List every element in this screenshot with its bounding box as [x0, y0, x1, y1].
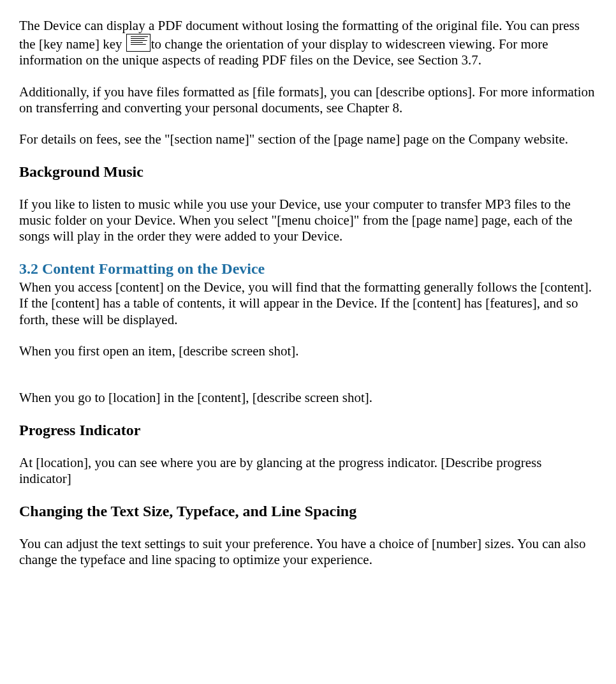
paragraph-first-open: When you first open an item, [describe s…: [19, 343, 597, 359]
paragraph-formatting: When you access [content] on the Device,…: [19, 279, 597, 328]
paragraph-music: If you like to listen to music while you…: [19, 197, 597, 245]
heading-text-size: Changing the Text Size, Typeface, and Li…: [19, 502, 597, 521]
key-thumbnail-icon: [126, 34, 150, 52]
paragraph-files: Additionally, if you have files formatte…: [19, 84, 597, 116]
paragraph-goto: When you go to [location] in the [conten…: [19, 390, 597, 406]
heading-background-music: Background Music: [19, 163, 597, 181]
paragraph-text-size: You can adjust the text settings to suit…: [19, 536, 597, 568]
paragraph-progress: At [location], you can see where you are…: [19, 455, 597, 487]
paragraph-fees: For details on fees, see the "[section n…: [19, 131, 597, 147]
paragraph-pdf: The Device can display a PDF document wi…: [19, 18, 597, 69]
heading-section-3-2: 3.2 Content Formatting on the Device: [19, 260, 597, 278]
heading-progress-indicator: Progress Indicator: [19, 421, 597, 440]
